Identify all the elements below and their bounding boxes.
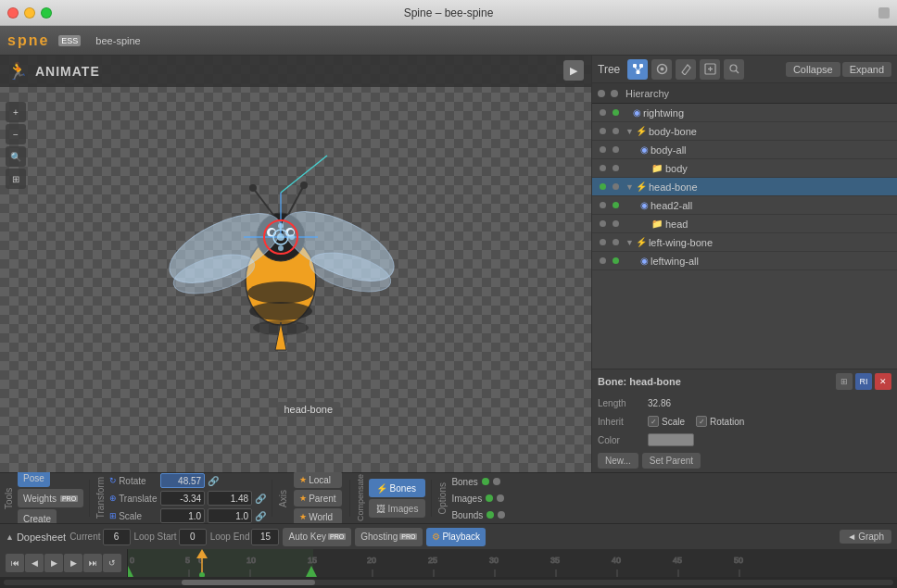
timeline-ruler[interactable]: 0 5 6 10 15 20 25 30 35 40 45 50 (128, 549, 897, 577)
collapse-btn[interactable]: Collapse (786, 62, 840, 77)
svg-point-23 (278, 223, 284, 229)
play-btn[interactable]: ▶ (44, 554, 63, 572)
tree-item[interactable]: ◉ leftwing-all (592, 252, 897, 270)
scroll-thumb[interactable] (182, 580, 315, 585)
expand-btn[interactable]: Expand (842, 62, 891, 77)
active-dot[interactable] (609, 109, 622, 116)
rotation-check[interactable]: Rotation (696, 416, 744, 427)
loop-btn[interactable]: ↺ (103, 554, 121, 572)
set-parent-button[interactable]: Set Parent (642, 453, 701, 469)
delete-btn[interactable]: ✕ (875, 373, 891, 390)
tree-item[interactable]: ▼ ⚡ body-bone (592, 122, 897, 141)
tree-item[interactable]: ◉ head2-all (592, 196, 897, 215)
add-tool[interactable]: + (6, 102, 26, 122)
bones-vis-dot[interactable] (482, 478, 489, 485)
visibility-dot[interactable] (596, 109, 609, 116)
play-button[interactable]: ▶ (563, 60, 584, 81)
bone-icon: ◉ (640, 256, 649, 266)
tree-item[interactable]: 📁 body (592, 159, 897, 178)
close-button[interactable] (7, 7, 19, 19)
resize-button[interactable] (878, 7, 890, 19)
active-dot[interactable] (609, 128, 622, 134)
bounds-lock-dot[interactable] (498, 511, 505, 519)
scrollbar[interactable] (0, 577, 897, 588)
bones-btn[interactable]: ⚡ Bones (369, 479, 426, 497)
tree-item[interactable]: ◉ body-all (592, 141, 897, 159)
tree-item[interactable]: ▼ ⚡ left-wing-bone (592, 233, 897, 252)
prev-frame-btn[interactable]: ◀ (25, 554, 44, 572)
images-btn[interactable]: 🖼 Images (369, 499, 426, 518)
parent-btn[interactable]: ★ Parent (294, 490, 341, 507)
tree-list[interactable]: ◉ rightwing ▼ ⚡ body-bone ◉ (592, 104, 897, 369)
active-dot[interactable] (609, 220, 622, 227)
scale-x-input[interactable] (160, 508, 205, 523)
playback-btn[interactable]: ⚙ Playback (426, 528, 486, 546)
copy-btn[interactable]: ⊞ (836, 373, 853, 390)
visibility-dot[interactable] (596, 165, 609, 171)
active-dot[interactable] (609, 146, 622, 153)
active-dot[interactable] (609, 257, 622, 264)
collapse-arrow[interactable]: ▼ (625, 127, 634, 136)
active-dot[interactable] (609, 202, 622, 208)
tree-item[interactable]: 📁 head (592, 215, 897, 233)
active-dot[interactable] (609, 239, 622, 245)
scale-checkbox[interactable] (648, 416, 659, 427)
rotate-input[interactable] (160, 473, 205, 488)
tree-item[interactable]: ◉ rightwing (592, 104, 897, 122)
tree-search-btn[interactable] (724, 59, 744, 80)
tree-filter-btn[interactable] (651, 59, 672, 80)
svg-point-11 (249, 184, 257, 192)
subtract-tool[interactable]: − (6, 124, 26, 144)
scroll-track[interactable] (4, 580, 893, 585)
viewport[interactable]: 🏃 ANIMATE ▶ + − 🔍 ⊞ (0, 56, 591, 472)
skip-start-btn[interactable]: ⏮ (6, 554, 24, 572)
tree-hierarchy-btn[interactable] (627, 59, 648, 80)
bones-lock-dot[interactable] (493, 478, 500, 485)
minimize-button[interactable] (24, 7, 35, 19)
weights-button[interactable]: Weights (18, 489, 83, 507)
loop-end-input[interactable] (251, 529, 279, 545)
translate-x-input[interactable] (160, 491, 205, 506)
bounds-vis-dot[interactable] (486, 511, 494, 519)
skip-end-btn[interactable]: ⏭ (83, 554, 102, 572)
visibility-dot[interactable] (596, 146, 609, 153)
scale-check[interactable]: Scale (648, 416, 685, 427)
collapse-arrow[interactable]: ▼ (625, 238, 634, 247)
visibility-dot[interactable] (596, 128, 609, 134)
auto-key-btn[interactable]: Auto Key PRO (283, 528, 351, 546)
visibility-dot[interactable] (596, 257, 609, 264)
next-frame-btn[interactable]: ▶ (64, 554, 82, 572)
maximize-button[interactable] (41, 7, 52, 19)
visibility-dot[interactable] (596, 183, 609, 190)
ri-btn[interactable]: RI (855, 373, 872, 390)
loop-start-input[interactable] (179, 529, 207, 545)
images-vis-dot[interactable] (486, 494, 493, 502)
col-dot-1 (598, 90, 605, 97)
bone-icon: ◉ (640, 200, 649, 210)
translate-y-input[interactable] (208, 491, 252, 506)
visibility-dot[interactable] (596, 202, 609, 208)
images-lock-dot[interactable] (497, 494, 504, 502)
dopesheet-arrow[interactable]: ▲ (6, 532, 14, 542)
color-swatch[interactable] (648, 433, 694, 446)
visibility-dot[interactable] (596, 220, 609, 227)
rotation-checkbox[interactable] (696, 416, 707, 427)
active-dot[interactable] (609, 183, 622, 190)
visibility-dot[interactable] (596, 239, 609, 245)
translate-icon: ⊕ (109, 494, 117, 503)
graph-btn[interactable]: ◄ Graph (840, 530, 891, 544)
tree-item-selected[interactable]: ▼ ⚡ head-bone (592, 178, 897, 196)
active-dot[interactable] (609, 165, 622, 171)
local-btn[interactable]: ★ Local (294, 471, 341, 488)
svg-text:45: 45 (673, 556, 682, 565)
tree-expand-all-btn[interactable] (700, 59, 720, 80)
logo-ne: ne (29, 32, 50, 48)
ghosting-btn[interactable]: Ghosting PRO (355, 528, 423, 546)
collapse-arrow[interactable]: ▼ (625, 182, 634, 192)
frame-tool[interactable]: ⊞ (6, 169, 26, 189)
scale-y-input[interactable] (208, 508, 252, 523)
new-button[interactable]: New... (598, 453, 638, 469)
current-input[interactable] (103, 529, 131, 545)
zoom-tool[interactable]: 🔍 (6, 146, 26, 167)
tree-edit-btn[interactable] (676, 59, 696, 80)
